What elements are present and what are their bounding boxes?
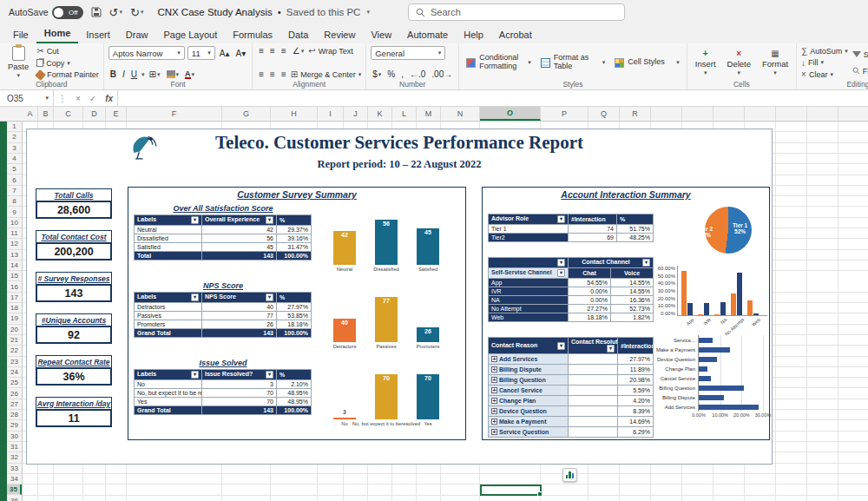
expand-icon[interactable]: + xyxy=(491,387,497,393)
row-header-22[interactable]: 22 xyxy=(7,346,22,356)
align-middle-icon[interactable]: ≡ xyxy=(268,46,277,56)
row-header-11[interactable]: 11 xyxy=(7,228,22,239)
filter-dropdown-icon[interactable]: ▾ xyxy=(191,293,199,301)
cancel-icon[interactable]: × xyxy=(71,94,85,103)
filter-dropdown-icon[interactable]: ▾ xyxy=(191,371,199,379)
column-header-d[interactable]: D xyxy=(83,107,106,121)
expand-icon[interactable]: + xyxy=(491,366,497,372)
wrap-text-button[interactable]: ↩Wrap Text xyxy=(308,46,353,56)
column-header-q[interactable]: Q xyxy=(589,107,620,121)
column-header-e[interactable]: E xyxy=(106,107,127,121)
column-header-k[interactable]: K xyxy=(368,107,392,121)
row-header-30[interactable]: 30 xyxy=(7,432,22,442)
expand-icon[interactable]: + xyxy=(491,398,497,404)
tab-review[interactable]: Review xyxy=(316,27,363,43)
tab-automate[interactable]: Automate xyxy=(399,27,456,43)
row-header-13[interactable]: 13 xyxy=(7,250,22,260)
tab-insert[interactable]: Insert xyxy=(78,27,118,43)
number-format-select[interactable]: General▾ xyxy=(371,46,445,60)
quick-analysis-button[interactable] xyxy=(562,468,577,482)
row-header-10[interactable]: 10 xyxy=(7,218,22,228)
row-header-34[interactable]: 34 xyxy=(7,474,22,485)
row-headers[interactable]: 1234567891011121314151617181920212223242… xyxy=(7,122,23,501)
column-header-j[interactable]: J xyxy=(344,107,368,121)
percent-icon[interactable]: % xyxy=(385,69,397,79)
expand-icon[interactable]: + xyxy=(491,377,497,383)
tab-home[interactable]: Home xyxy=(36,25,79,43)
column-header-o[interactable]: O xyxy=(480,107,541,121)
increase-decimal-icon[interactable]: ←.0 xyxy=(408,69,427,79)
channel-table[interactable]: ▾Contact Channel▾Self-Servise Channel▾Ch… xyxy=(488,257,654,322)
enter-icon[interactable]: ✓ xyxy=(85,94,101,103)
redo-icon[interactable]: ↻▾ xyxy=(130,6,143,19)
borders-icon[interactable]: ⊞▾ xyxy=(148,69,162,79)
font-size-select[interactable]: 11▾ xyxy=(187,46,215,60)
row-header-31[interactable]: 31 xyxy=(7,442,22,452)
column-header-h[interactable]: H xyxy=(271,107,318,121)
column-chart[interactable]: 407726DetractorsPassivesPromoters xyxy=(312,292,460,356)
decrease-decimal-icon[interactable]: .00→ xyxy=(430,69,454,79)
format-as-table-button[interactable]: Format as Table▾ xyxy=(538,46,608,79)
row-header-20[interactable]: 20 xyxy=(7,325,22,335)
align-bottom-icon[interactable]: ≡ xyxy=(279,46,288,56)
column-header-i[interactable]: I xyxy=(318,107,344,121)
column-header[interactable] xyxy=(776,107,807,121)
channel-bar-chart[interactable]: 60.00%50.00%40.00%30.00%20.00%10.00%0.00… xyxy=(654,266,767,330)
survey-table[interactable]: Labels▾Overall Experience▾%Neutral4229.3… xyxy=(134,214,312,260)
autosave-switch[interactable]: Off xyxy=(52,6,83,19)
row-header-8[interactable]: 8 xyxy=(7,196,22,207)
column-header[interactable] xyxy=(713,107,745,121)
align-top-icon[interactable]: ≡ xyxy=(257,46,266,56)
column-header[interactable] xyxy=(838,107,868,121)
italic-button[interactable]: I xyxy=(121,69,127,79)
name-box[interactable]: O35▾ xyxy=(0,90,54,106)
contact-reason-table[interactable]: Contact Reason▾Contact Resolution▾#Inter… xyxy=(488,337,654,438)
currency-icon[interactable]: $▾ xyxy=(371,69,383,79)
tab-help[interactable]: Help xyxy=(456,27,491,43)
decrease-font-icon[interactable]: A▾ xyxy=(234,49,248,58)
column-header-b[interactable]: B xyxy=(38,107,54,121)
column-header[interactable] xyxy=(651,107,682,121)
tab-file[interactable]: File xyxy=(5,27,36,43)
advisor-role-table[interactable]: Advisor Role▾#Interaction%Tier 17451.75%… xyxy=(488,214,654,242)
insert-function-icon[interactable]: fx xyxy=(101,94,117,103)
increase-font-icon[interactable]: A▴ xyxy=(218,49,232,58)
column-header-g[interactable]: G xyxy=(222,107,271,121)
filter-dropdown-icon[interactable]: ▾ xyxy=(557,269,565,277)
filter-dropdown-icon[interactable]: ▾ xyxy=(266,293,273,301)
tab-formulas[interactable]: Formulas xyxy=(225,27,280,43)
align-center-icon[interactable]: ≡ xyxy=(268,69,277,79)
row-header-29[interactable]: 29 xyxy=(7,420,22,431)
align-right-icon[interactable]: ≡ xyxy=(279,69,288,79)
tab-data[interactable]: Data xyxy=(280,27,316,43)
row-header-21[interactable]: 21 xyxy=(7,335,22,346)
column-header[interactable] xyxy=(807,107,838,121)
selected-cell[interactable] xyxy=(480,485,542,496)
row-header-19[interactable]: 19 xyxy=(7,313,22,324)
find-select-button[interactable]: Find & Select▾ xyxy=(852,67,868,76)
tab-view[interactable]: View xyxy=(363,27,399,43)
row-header-7[interactable]: 7 xyxy=(7,186,22,196)
column-header-p[interactable]: P xyxy=(541,107,589,121)
column-header-l[interactable]: L xyxy=(392,107,417,121)
row-header-28[interactable]: 28 xyxy=(7,410,22,420)
column-headers[interactable]: ABCDEFGHIJKLMNOPQR xyxy=(0,107,868,122)
fill-button[interactable]: ↓Fill▾ xyxy=(801,58,848,68)
fill-color-icon[interactable]: ▾ xyxy=(165,70,181,78)
font-name-select[interactable]: Aptos Narrow▾ xyxy=(108,46,185,60)
expand-icon[interactable]: + xyxy=(491,356,497,362)
filter-dropdown-icon[interactable]: ▾ xyxy=(642,259,650,267)
row-header-6[interactable]: 6 xyxy=(7,175,22,185)
row-header-18[interactable]: 18 xyxy=(7,303,22,313)
delete-cells-button[interactable]: ×Delete▾ xyxy=(724,46,754,79)
sheet-grid[interactable]: Teleco. Customer Services Performance Re… xyxy=(23,122,868,501)
conditional-formatting-button[interactable]: Conditional Formatting▾ xyxy=(464,46,534,79)
comma-style-icon[interactable]: , xyxy=(399,69,405,79)
filter-dropdown-icon[interactable]: ▾ xyxy=(266,371,273,379)
filter-dropdown-icon[interactable]: ▾ xyxy=(266,216,273,224)
row-header-35[interactable]: 35 xyxy=(7,485,22,495)
column-header-r[interactable]: R xyxy=(620,107,651,121)
sort-filter-button[interactable]: Sort & Filter▾ xyxy=(852,50,868,59)
survey-table[interactable]: Labels▾NPS Score▾%Detractors4027.97%Pass… xyxy=(134,292,312,338)
row-header-15[interactable]: 15 xyxy=(7,271,22,281)
